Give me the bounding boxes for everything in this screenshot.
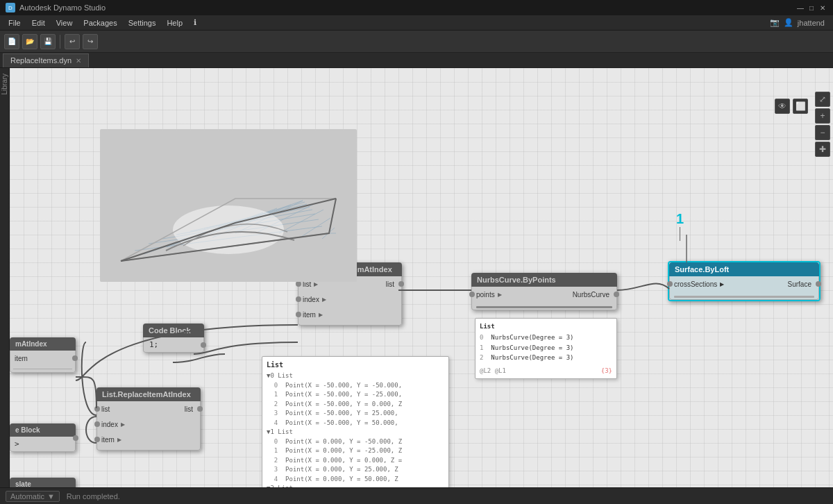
zoom-out-button[interactable]: −: [815, 125, 830, 140]
titlebar: D Autodesk Dynamo Studio — □ ✕: [0, 0, 833, 15]
port-dot: [667, 281, 673, 287]
statusbar: Automatic ▼ Run completed.: [0, 487, 833, 504]
run-status: Run completed.: [67, 492, 120, 501]
port-dot: [296, 281, 301, 287]
port-dot-right: [398, 281, 404, 287]
menu-info[interactable]: ℹ: [188, 17, 202, 28]
partial-port-item-label: item: [15, 355, 28, 362]
fit-view-button[interactable]: ⤢: [815, 92, 830, 107]
menu-settings[interactable]: Settings: [123, 17, 162, 28]
library-label[interactable]: Library: [1, 71, 8, 98]
close-button[interactable]: ✕: [818, 3, 827, 12]
partial-node-matindex[interactable]: mAtIndex item: [10, 337, 76, 373]
username: jhattend: [798, 19, 825, 27]
number-value: 1: [676, 211, 684, 227]
zoom-fit-button[interactable]: ✚: [815, 142, 830, 157]
port-dot: [94, 437, 100, 442]
nurbs-count: {3}: [601, 366, 612, 376]
surface-byloft-header: Surface.ByLoft: [669, 262, 819, 276]
redo-button[interactable]: ↪: [83, 34, 98, 49]
port-dot-right: [614, 292, 619, 297]
port-dot-right: [816, 281, 821, 287]
nurbs-preview-content: 0 NurbsCurve(Degree = 3) 1 NurbsCurve(De…: [480, 333, 612, 362]
list-item: ▼2 List: [267, 484, 444, 487]
replace-node-2-header: List.ReplaceItemAtIndex: [96, 387, 201, 401]
port-dot: [296, 312, 301, 317]
run-mode-label: Automatic: [10, 492, 44, 501]
codeblock-header: Code Block: [143, 324, 204, 337]
undo-button[interactable]: ↩: [65, 34, 80, 49]
background-button[interactable]: ⬜: [793, 99, 808, 114]
partial-node-eblock[interactable]: e Block >: [10, 423, 76, 452]
partial-codeblock-value: >: [15, 439, 19, 448]
surface-3d-preview: [100, 129, 357, 282]
menu-help[interactable]: Help: [161, 17, 188, 28]
view-3d-button[interactable]: 👁: [775, 99, 790, 114]
list-item: 4 Point(X = 0.000, Y = 50.000, Z: [267, 475, 444, 485]
replace-node-2[interactable]: List.ReplaceItemAtIndex list list index …: [96, 387, 201, 451]
list-item: 3 Point(X = 0.000, Y = 25.000, Z: [267, 465, 444, 475]
codeblock-node[interactable]: Code Block 1;: [143, 324, 204, 353]
codeblock-value: 1;: [149, 340, 158, 349]
minimize-button[interactable]: —: [796, 3, 805, 12]
surface-byloft-node[interactable]: Surface.ByLoft crossSections ▶ Surface: [668, 261, 821, 301]
port-dot: [94, 406, 100, 412]
number-connector-line: [680, 227, 680, 241]
canvas[interactable]: mAtIndex item e Block > slate: [10, 68, 833, 487]
window-controls[interactable]: — □ ✕: [796, 3, 827, 12]
list-item: 2 Point(X = -50.000, Y = 0.000, Z: [267, 400, 444, 410]
menu-edit[interactable]: Edit: [26, 17, 51, 28]
list-item: 3 Point(X = -50.000, Y = 25.000,: [267, 409, 444, 419]
list-item: 0 Point(X = -50.000, Y = -50.000,: [267, 381, 444, 391]
nurbscurve-header: NurbsCurve.ByPoints: [471, 273, 617, 287]
nurbs-port-points: points NurbsCurve: [472, 287, 616, 302]
open-button[interactable]: 📂: [22, 34, 37, 49]
nurbscurve-node[interactable]: NurbsCurve.ByPoints points NurbsCurve: [471, 273, 617, 310]
menubar: File Edit View Packages Settings Help ℹ …: [0, 15, 833, 31]
tab-label: ReplaceItems.dyn: [10, 56, 71, 65]
port-dot: [469, 292, 475, 297]
replace2-port-item: item: [97, 432, 200, 447]
nurbs-preview-header: List: [480, 321, 612, 331]
save-button[interactable]: 💾: [40, 34, 56, 49]
run-mode-dropdown[interactable]: Automatic ▼: [6, 491, 60, 502]
list-item: 0 Point(X = 0.000, Y = -50.000, Z: [267, 437, 444, 447]
list-item: 2 NurbsCurve(Degree = 3): [480, 353, 612, 362]
main-list-preview: List ▼0 List 0 Point(X = -50.000, Y = -5…: [262, 356, 449, 487]
camera-icon: 📷: [770, 18, 780, 27]
nurbs-preview-footer: @L2 @L1 {3}: [480, 366, 612, 376]
partial-node-matindex-header: mAtIndex: [10, 337, 76, 351]
number-node: 1: [676, 211, 684, 241]
canvas-toolbar: 👁 ⬜: [775, 99, 808, 114]
zoom-in-button[interactable]: +: [815, 108, 830, 124]
partial-node-geometry[interactable]: slate Geometry: [10, 478, 76, 487]
list-item: 0 NurbsCurve(Degree = 3): [480, 333, 612, 342]
menu-view[interactable]: View: [51, 17, 78, 28]
sidebar[interactable]: Library: [0, 68, 10, 487]
app-icon: D: [6, 3, 15, 12]
tabbar: ReplaceItems.dyn ✕: [0, 53, 833, 68]
main-area: Library: [0, 68, 833, 487]
preview-header: List: [267, 360, 444, 370]
port-dot-right: [197, 406, 203, 412]
port-dot: [94, 421, 100, 427]
nurbs-list-preview: List 0 NurbsCurve(Degree = 3) 1 NurbsCur…: [475, 318, 617, 379]
surface-3d-svg: [100, 129, 357, 282]
new-button[interactable]: 📄: [4, 34, 19, 49]
list-item: ▼0 List: [267, 371, 444, 381]
replace1-port-index: index: [298, 292, 401, 307]
list-item: 1 NurbsCurve(Degree = 3): [480, 343, 612, 353]
port-dot-right: [201, 342, 206, 348]
tab-replaceitems[interactable]: ReplaceItems.dyn ✕: [3, 53, 89, 67]
replace1-port-item: item: [298, 307, 401, 322]
toolbar-separator: [60, 35, 60, 49]
maximize-button[interactable]: □: [807, 3, 816, 12]
tab-close-icon[interactable]: ✕: [76, 57, 81, 65]
port-dot: [296, 296, 301, 302]
partial-port-item: item: [10, 351, 75, 366]
user-icon: 👤: [784, 18, 793, 27]
partial-node-geometry-header: slate: [10, 478, 76, 487]
menu-packages[interactable]: Packages: [78, 17, 122, 28]
port-dot: [73, 435, 78, 441]
menu-file[interactable]: File: [3, 17, 26, 28]
